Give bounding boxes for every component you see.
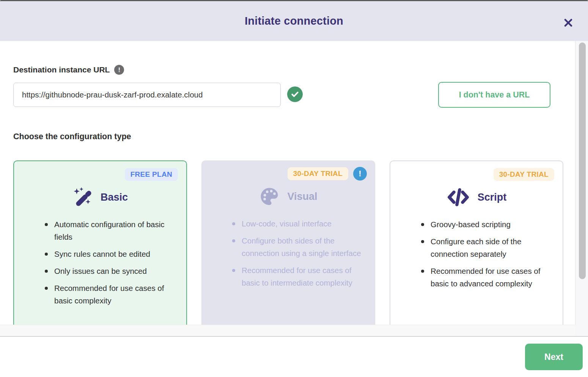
url-valid-check-icon [287, 86, 303, 102]
bullet-item: Low-code, visual interface [242, 217, 365, 230]
vertical-scrollbar-track[interactable] [575, 41, 588, 336]
bullet-item: Only issues can be synced [54, 265, 176, 277]
modal-scroll-body: Destination instance URL ! I don't have … [0, 41, 575, 325]
palette-icon [259, 186, 280, 207]
horizontal-scroll-gutter [0, 325, 575, 336]
vertical-scrollbar-thumb[interactable] [579, 42, 586, 279]
visual-feature-list: Low-code, visual interface Configure bot… [210, 217, 367, 289]
trial-info-icon[interactable]: ! [353, 167, 367, 181]
modal-footer: Next [0, 337, 588, 377]
bullet-item: Automatic configuration of basic fields [54, 218, 176, 243]
free-plan-badge: FREE PLAN [125, 168, 178, 181]
bullet-item: Sync rules cannot be edited [54, 248, 176, 260]
modal-title: Initiate connection [245, 15, 343, 27]
destination-url-input[interactable] [13, 83, 281, 107]
no-url-button[interactable]: I don't have a URL [438, 82, 550, 108]
bullet-item: Recommended for use cases of basic to in… [242, 264, 365, 289]
config-card-script[interactable]: 30-DAY TRIAL Script Groovy-based scripti… [390, 160, 563, 325]
card-title-visual: Visual [287, 191, 317, 203]
config-card-visual[interactable]: 30-DAY TRIAL ! Visual Low-code, [201, 160, 375, 325]
info-icon[interactable]: ! [114, 65, 124, 75]
bullet-item: Recommended for use cases of basic to ad… [431, 265, 553, 290]
close-icon [564, 19, 572, 27]
modal-header: Initiate connection [0, 1, 588, 41]
magic-wand-icon [72, 187, 93, 207]
script-feature-list: Groovy-based scripting Configure each si… [399, 218, 554, 290]
card-title-basic: Basic [101, 192, 128, 203]
card-title-script: Script [478, 192, 507, 203]
basic-feature-list: Automatic configuration of basic fields … [22, 218, 178, 307]
trial-badge: 30-DAY TRIAL [288, 167, 348, 180]
bullet-item: Recommended for use cases of basic compl… [54, 282, 176, 307]
close-button[interactable] [564, 18, 573, 27]
code-icon [447, 187, 470, 207]
config-card-basic[interactable]: FREE PLAN Basic Automatic configuration … [13, 160, 187, 325]
bullet-item: Groovy-based scripting [431, 218, 553, 231]
next-button[interactable]: Next [525, 344, 583, 370]
destination-url-label: Destination instance URL [13, 65, 110, 74]
bullet-item: Configure both sides of the connection u… [242, 234, 365, 259]
config-type-heading: Choose the configuration type [13, 132, 131, 141]
trial-badge: 30-DAY TRIAL [494, 168, 554, 181]
bullet-item: Configure each side of the connection se… [431, 235, 553, 260]
